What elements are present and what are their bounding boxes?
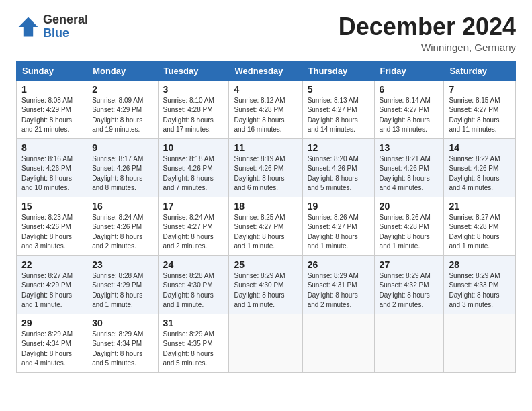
- day-number: 16: [92, 201, 152, 212]
- day-number: 8: [21, 142, 82, 153]
- logo-blue-text: Blue: [43, 27, 88, 40]
- day-info: Sunrise: 8:25 AM Sunset: 4:27 PM Dayligh…: [234, 213, 297, 252]
- day-number: 19: [308, 201, 369, 212]
- calendar-cell: [302, 314, 374, 372]
- calendar-cell: 27Sunrise: 8:29 AM Sunset: 4:32 PM Dayli…: [374, 255, 444, 314]
- calendar-table: SundayMondayTuesdayWednesdayThursdayFrid…: [16, 61, 516, 373]
- calendar-cell: 12Sunrise: 8:20 AM Sunset: 4:26 PM Dayli…: [302, 138, 374, 197]
- calendar-header-row: SundayMondayTuesdayWednesdayThursdayFrid…: [17, 61, 516, 80]
- calendar-cell: 8Sunrise: 8:16 AM Sunset: 4:26 PM Daylig…: [17, 138, 87, 197]
- calendar-cell: 31Sunrise: 8:29 AM Sunset: 4:35 PM Dayli…: [158, 314, 229, 372]
- logo-general-text: General: [43, 13, 88, 27]
- calendar-cell: 19Sunrise: 8:26 AM Sunset: 4:27 PM Dayli…: [302, 197, 374, 255]
- day-info: Sunrise: 8:28 AM Sunset: 4:30 PM Dayligh…: [163, 271, 224, 310]
- day-number: 21: [449, 201, 511, 212]
- day-number: 4: [234, 84, 297, 95]
- day-info: Sunrise: 8:09 AM Sunset: 4:29 PM Dayligh…: [92, 96, 152, 135]
- calendar-cell: 23Sunrise: 8:28 AM Sunset: 4:29 PM Dayli…: [87, 255, 158, 314]
- day-info: Sunrise: 8:27 AM Sunset: 4:29 PM Dayligh…: [21, 271, 82, 310]
- day-info: Sunrise: 8:14 AM Sunset: 4:27 PM Dayligh…: [380, 96, 439, 135]
- col-header-monday: Monday: [87, 61, 158, 80]
- col-header-tuesday: Tuesday: [158, 61, 229, 80]
- calendar-cell: 16Sunrise: 8:24 AM Sunset: 4:26 PM Dayli…: [87, 197, 158, 255]
- svg-marker-0: [19, 17, 38, 36]
- day-info: Sunrise: 8:23 AM Sunset: 4:26 PM Dayligh…: [21, 213, 82, 252]
- day-info: Sunrise: 8:15 AM Sunset: 4:27 PM Dayligh…: [449, 96, 511, 135]
- calendar-cell: 13Sunrise: 8:21 AM Sunset: 4:26 PM Dayli…: [374, 138, 444, 197]
- day-info: Sunrise: 8:22 AM Sunset: 4:26 PM Dayligh…: [449, 154, 511, 193]
- day-number: 23: [92, 259, 152, 270]
- calendar-cell: 7Sunrise: 8:15 AM Sunset: 4:27 PM Daylig…: [444, 80, 516, 138]
- day-info: Sunrise: 8:29 AM Sunset: 4:34 PM Dayligh…: [92, 330, 152, 369]
- day-info: Sunrise: 8:16 AM Sunset: 4:26 PM Dayligh…: [21, 154, 82, 193]
- col-header-wednesday: Wednesday: [229, 61, 302, 80]
- day-number: 26: [308, 259, 369, 270]
- calendar-cell: [374, 314, 444, 372]
- day-number: 31: [163, 318, 224, 328]
- day-info: Sunrise: 8:28 AM Sunset: 4:29 PM Dayligh…: [92, 271, 152, 310]
- calendar-cell: 4Sunrise: 8:12 AM Sunset: 4:28 PM Daylig…: [229, 80, 302, 138]
- title-block: December 2024 Winningen, Germany: [339, 13, 516, 53]
- day-number: 14: [449, 142, 511, 153]
- calendar-week-row: 8Sunrise: 8:16 AM Sunset: 4:26 PM Daylig…: [17, 138, 516, 197]
- day-info: Sunrise: 8:29 AM Sunset: 4:31 PM Dayligh…: [308, 271, 369, 310]
- location-text: Winningen, Germany: [339, 42, 516, 53]
- day-number: 24: [163, 259, 224, 270]
- day-info: Sunrise: 8:29 AM Sunset: 4:32 PM Dayligh…: [380, 271, 439, 310]
- calendar-cell: 17Sunrise: 8:24 AM Sunset: 4:27 PM Dayli…: [158, 197, 229, 255]
- calendar-cell: 3Sunrise: 8:10 AM Sunset: 4:28 PM Daylig…: [158, 80, 229, 138]
- day-number: 25: [234, 259, 297, 270]
- calendar-cell: 14Sunrise: 8:22 AM Sunset: 4:26 PM Dayli…: [444, 138, 516, 197]
- day-info: Sunrise: 8:17 AM Sunset: 4:26 PM Dayligh…: [92, 154, 152, 193]
- col-header-thursday: Thursday: [302, 61, 374, 80]
- day-info: Sunrise: 8:12 AM Sunset: 4:28 PM Dayligh…: [234, 96, 297, 135]
- calendar-cell: 21Sunrise: 8:27 AM Sunset: 4:28 PM Dayli…: [444, 197, 516, 255]
- calendar-cell: [444, 314, 516, 372]
- calendar-week-row: 29Sunrise: 8:29 AM Sunset: 4:34 PM Dayli…: [17, 314, 516, 372]
- calendar-cell: 2Sunrise: 8:09 AM Sunset: 4:29 PM Daylig…: [87, 80, 158, 138]
- calendar-cell: 20Sunrise: 8:26 AM Sunset: 4:28 PM Dayli…: [374, 197, 444, 255]
- calendar-cell: 11Sunrise: 8:19 AM Sunset: 4:26 PM Dayli…: [229, 138, 302, 197]
- day-info: Sunrise: 8:29 AM Sunset: 4:34 PM Dayligh…: [21, 330, 82, 369]
- calendar-cell: 25Sunrise: 8:29 AM Sunset: 4:30 PM Dayli…: [229, 255, 302, 314]
- calendar-cell: [229, 314, 302, 372]
- day-info: Sunrise: 8:10 AM Sunset: 4:28 PM Dayligh…: [163, 96, 224, 135]
- col-header-saturday: Saturday: [444, 61, 516, 80]
- day-number: 15: [21, 201, 82, 212]
- day-info: Sunrise: 8:27 AM Sunset: 4:28 PM Dayligh…: [449, 213, 511, 252]
- day-number: 10: [163, 142, 224, 153]
- page-header: General Blue December 2024 Winningen, Ge…: [16, 13, 516, 53]
- day-number: 3: [163, 84, 224, 95]
- calendar-cell: 1Sunrise: 8:08 AM Sunset: 4:29 PM Daylig…: [17, 80, 87, 138]
- day-number: 7: [449, 84, 511, 95]
- day-number: 17: [163, 201, 224, 212]
- calendar-cell: 26Sunrise: 8:29 AM Sunset: 4:31 PM Dayli…: [302, 255, 374, 314]
- day-info: Sunrise: 8:26 AM Sunset: 4:28 PM Dayligh…: [380, 213, 439, 252]
- day-info: Sunrise: 8:18 AM Sunset: 4:26 PM Dayligh…: [163, 154, 224, 193]
- calendar-cell: 30Sunrise: 8:29 AM Sunset: 4:34 PM Dayli…: [87, 314, 158, 372]
- calendar-cell: 9Sunrise: 8:17 AM Sunset: 4:26 PM Daylig…: [87, 138, 158, 197]
- col-header-friday: Friday: [374, 61, 444, 80]
- calendar-week-row: 15Sunrise: 8:23 AM Sunset: 4:26 PM Dayli…: [17, 197, 516, 255]
- day-info: Sunrise: 8:21 AM Sunset: 4:26 PM Dayligh…: [380, 154, 439, 193]
- calendar-cell: 22Sunrise: 8:27 AM Sunset: 4:29 PM Dayli…: [17, 255, 87, 314]
- day-info: Sunrise: 8:24 AM Sunset: 4:26 PM Dayligh…: [92, 213, 152, 252]
- day-number: 9: [92, 142, 152, 153]
- calendar-week-row: 1Sunrise: 8:08 AM Sunset: 4:29 PM Daylig…: [17, 80, 516, 138]
- day-number: 2: [92, 84, 152, 95]
- day-number: 22: [21, 259, 82, 270]
- day-number: 13: [380, 142, 439, 153]
- day-info: Sunrise: 8:29 AM Sunset: 4:35 PM Dayligh…: [163, 330, 224, 369]
- calendar-cell: 18Sunrise: 8:25 AM Sunset: 4:27 PM Dayli…: [229, 197, 302, 255]
- day-info: Sunrise: 8:20 AM Sunset: 4:26 PM Dayligh…: [308, 154, 369, 193]
- calendar-cell: 6Sunrise: 8:14 AM Sunset: 4:27 PM Daylig…: [374, 80, 444, 138]
- day-info: Sunrise: 8:19 AM Sunset: 4:26 PM Dayligh…: [234, 154, 297, 193]
- day-number: 27: [380, 259, 439, 270]
- calendar-cell: 15Sunrise: 8:23 AM Sunset: 4:26 PM Dayli…: [17, 197, 87, 255]
- day-info: Sunrise: 8:29 AM Sunset: 4:30 PM Dayligh…: [234, 271, 297, 310]
- day-info: Sunrise: 8:08 AM Sunset: 4:29 PM Dayligh…: [21, 96, 82, 135]
- day-info: Sunrise: 8:24 AM Sunset: 4:27 PM Dayligh…: [163, 213, 224, 252]
- calendar-cell: 28Sunrise: 8:29 AM Sunset: 4:33 PM Dayli…: [444, 255, 516, 314]
- col-header-sunday: Sunday: [17, 61, 87, 80]
- month-title: December 2024: [339, 13, 516, 40]
